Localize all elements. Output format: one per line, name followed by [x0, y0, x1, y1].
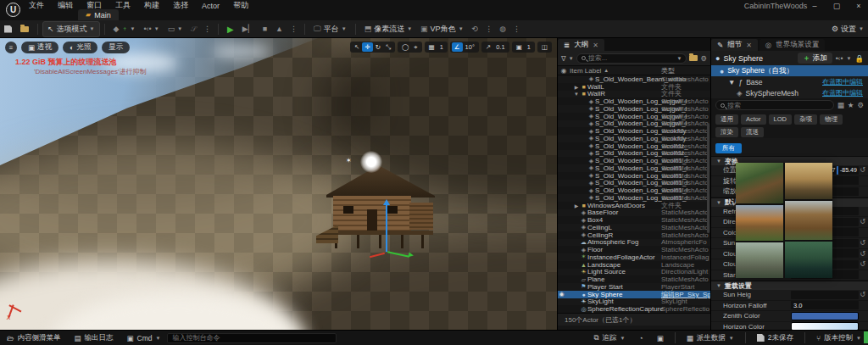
- table-row[interactable]: ▲LandscapeLandscape: [558, 261, 710, 269]
- maximize-button[interactable]: ▢: [831, 2, 843, 10]
- menu-item-构建[interactable]: 构建: [144, 0, 159, 11]
- cabin-photo-lake-reflection[interactable]: [785, 242, 832, 278]
- filter-chip-Actor[interactable]: Actor: [741, 114, 766, 125]
- details-search-box[interactable]: [715, 100, 834, 110]
- save-button[interactable]: [0, 24, 16, 35]
- platforms-button[interactable]: 🖵平台▼: [309, 22, 351, 36]
- filter-chip-通用[interactable]: 通用: [715, 114, 738, 125]
- expander-icon[interactable]: ▼: [573, 92, 580, 97]
- cabin-photo-mountain[interactable]: [736, 205, 783, 241]
- gear-icon[interactable]: ⚙: [700, 54, 707, 63]
- property-row[interactable]: Horizon Falloff3.0: [711, 301, 868, 312]
- play-from-button[interactable]: ▶▏: [238, 23, 259, 35]
- kebab-icon[interactable]: ⋮: [510, 25, 523, 33]
- eject-button[interactable]: ▲: [271, 23, 287, 35]
- maximize-viewport-button[interactable]: ◫: [539, 42, 550, 52]
- gizmo-z-axis[interactable]: [386, 204, 387, 252]
- menu-item-编辑[interactable]: 编辑: [58, 0, 73, 11]
- blueprint-edit-icon[interactable]: •‹•: [836, 54, 843, 63]
- table-row[interactable]: ◈S_Old_Wooden_Log_wcokfdyStaticMeshActo: [558, 135, 710, 142]
- screenshot-button[interactable]: ▣: [650, 331, 670, 345]
- kebab-icon[interactable]: ⋮: [287, 25, 300, 33]
- outliner-search-input[interactable]: [588, 54, 675, 62]
- favorites-icon[interactable]: ★: [848, 101, 854, 109]
- tab-world-settings[interactable]: ◎ 世界场景设置: [760, 39, 825, 51]
- menu-item-选择[interactable]: 选择: [173, 0, 188, 11]
- history-button[interactable]: ◔: [632, 331, 650, 345]
- scale-snap-value[interactable]: 0.1: [493, 42, 507, 52]
- tab-details[interactable]: ✎ 细节 ✕: [711, 39, 758, 51]
- table-row[interactable]: ◎SphereReflectionCaptureSphereReflectio: [558, 305, 710, 313]
- quixel-button[interactable]: 𝒮: [186, 23, 201, 36]
- table-row[interactable]: ◈S_Old_Wooden_Log_wcolfdz_StaticMeshActo: [558, 150, 710, 158]
- show-flags-button[interactable]: 显示: [102, 42, 130, 53]
- expander-icon[interactable]: ▶: [573, 84, 580, 90]
- cabin-photo-old-gray[interactable]: [736, 242, 783, 278]
- color-swatch[interactable]: [791, 312, 859, 320]
- type-column-header[interactable]: 类型: [661, 66, 675, 75]
- table-row[interactable]: ◈S_Old_Wooden_Log_wcolfi1_lStaticMeshAct…: [558, 157, 710, 164]
- derived-data-button[interactable]: ▦ 派生数据 ▼: [680, 331, 741, 345]
- details-search-input[interactable]: [727, 102, 829, 109]
- blueprints-button[interactable]: •‹•▼: [139, 23, 163, 35]
- table-row[interactable]: ◈S_Old_Wooden_Log_wcjgwl_lStaticMeshActo: [558, 105, 710, 113]
- perspective-button[interactable]: ▣透视: [21, 42, 58, 53]
- minimize-button[interactable]: –: [809, 2, 821, 10]
- filter-chip-渲染[interactable]: 渲染: [715, 127, 738, 137]
- add-component-button[interactable]: ＋ 添加: [798, 53, 832, 64]
- value-input[interactable]: 3.0: [791, 301, 859, 309]
- component-tree-row[interactable]: ▼ƒBase在蓝图中编辑: [711, 76, 868, 87]
- table-row[interactable]: ◈S_Old_Wooden_Log_wcjgwl_lStaticMeshActo: [558, 113, 710, 120]
- close-icon[interactable]: ✕: [593, 42, 598, 49]
- reference-image-overlay[interactable]: [736, 163, 832, 278]
- table-row[interactable]: ☀Light SourceDirectionalLight: [558, 269, 710, 276]
- reset-to-default-icon[interactable]: ↺: [860, 250, 865, 258]
- lit-mode-button[interactable]: ◐光照: [63, 42, 97, 53]
- table-row[interactable]: ◈CeilingRStaticMeshActo: [558, 231, 710, 239]
- reset-to-default-icon[interactable]: ↺: [860, 218, 865, 225]
- rotate-tool-button[interactable]: ↻: [373, 42, 383, 52]
- chevron-down-icon[interactable]: ▼: [676, 56, 682, 61]
- editor-mode-select[interactable]: ↖ 选项模式 ▼: [42, 21, 100, 37]
- table-row[interactable]: ◈BaseFloorStaticMeshActo: [558, 209, 710, 217]
- unsaved-button[interactable]: 2未保存: [750, 331, 800, 345]
- sky-sphere-billboard[interactable]: [360, 151, 382, 173]
- reset-to-default-icon[interactable]: ↺: [860, 239, 865, 247]
- table-row[interactable]: ◈S_Old_Wooden_Log_wcjgwl_lStaticMeshActo: [558, 97, 710, 105]
- filter-chip-LOD[interactable]: LOD: [769, 114, 792, 125]
- level-viewport[interactable]: ✶ ≡ ▣透视 ◐光照 显示 1.22 GiB 预算上的纹理流送池 'Disab…: [0, 38, 557, 330]
- edit-in-blueprint-link[interactable]: 在蓝图中编辑: [822, 88, 863, 97]
- camera-speed-icon[interactable]: ▣: [514, 42, 525, 52]
- chevron-down-icon[interactable]: ▼: [846, 56, 851, 61]
- component-tree-row[interactable]: ●Sky Sphere（自我）: [711, 65, 868, 76]
- cabin-photo-log-front[interactable]: [785, 201, 832, 241]
- table-row[interactable]: ◈S_Old_Wooden_Log_wcolfi1_lStaticMeshAct…: [558, 186, 710, 194]
- gear-icon[interactable]: ⚙: [857, 101, 864, 109]
- table-row[interactable]: ◈S_Old_Wooden_Log_wcolfi1_lStaticMeshAct…: [558, 164, 710, 172]
- category-override[interactable]: ▼ 重载设置: [711, 281, 868, 290]
- rotation-snap-icon[interactable]: ∠: [452, 42, 463, 52]
- table-row[interactable]: ▱PlaneStaticMeshActo: [558, 275, 710, 283]
- display-options-icon[interactable]: ▦: [837, 101, 844, 109]
- viewport-menu-button[interactable]: ≡: [5, 42, 17, 53]
- expander-icon[interactable]: ▶: [573, 203, 580, 209]
- world-local-toggle[interactable]: ◯: [399, 42, 411, 52]
- property-row[interactable]: Sun Heig↺: [711, 290, 868, 301]
- kebab-icon[interactable]: ⋮: [482, 25, 495, 33]
- camera-button[interactable]: ⟲: [468, 23, 483, 35]
- table-row[interactable]: ☀SkyLightSkyLight: [558, 298, 710, 306]
- outliner-scrollbar[interactable]: [707, 123, 709, 233]
- visibility-column-icon[interactable]: ◉: [558, 67, 570, 75]
- grid-snap-icon[interactable]: ▦: [426, 42, 437, 52]
- table-row[interactable]: ◉●Sky Sphere编辑BP_Sky_Sp: [558, 291, 710, 298]
- settings-button[interactable]: ⚙ 设置 ▼: [827, 22, 868, 36]
- menu-item-Actor[interactable]: Actor: [202, 2, 220, 10]
- cabin-photo-misty-lake[interactable]: [785, 163, 832, 199]
- filter-chip-杂项[interactable]: 杂项: [794, 114, 817, 125]
- play-button[interactable]: ▶: [223, 23, 238, 36]
- table-row[interactable]: ◈CeilingLStaticMeshActo: [558, 224, 710, 231]
- select-tool-button[interactable]: ↖: [352, 42, 362, 52]
- source-control-button[interactable]: [16, 25, 33, 34]
- close-icon[interactable]: ✕: [746, 42, 752, 49]
- menu-item-帮助[interactable]: 帮助: [233, 0, 248, 11]
